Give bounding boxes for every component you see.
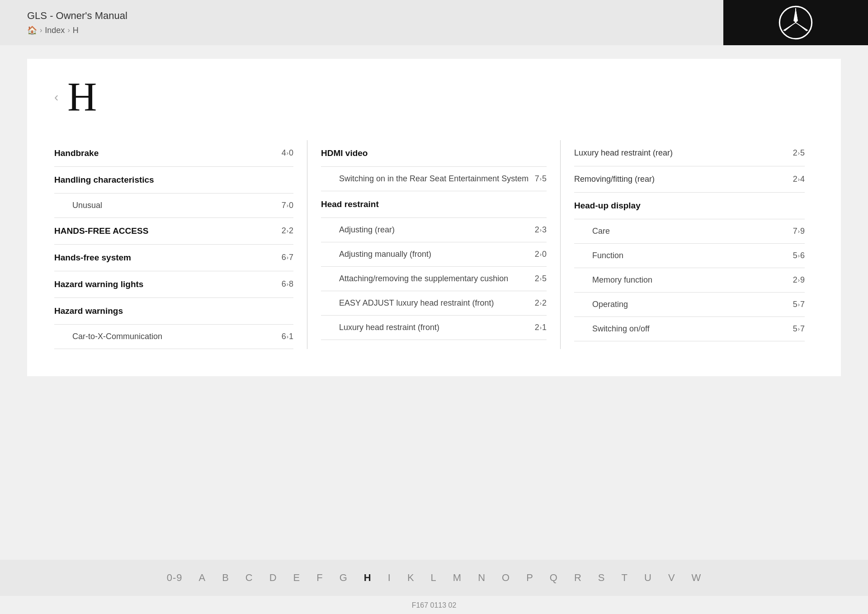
- sub-entry-page: 6›1: [282, 332, 293, 341]
- sub-entry-page: 5›6: [793, 251, 805, 260]
- sub-entry-label: EASY ADJUST luxury head restraint (front…: [339, 298, 530, 308]
- entry-label: Hazard warnings: [54, 306, 293, 316]
- alpha-f[interactable]: F: [308, 572, 331, 584]
- alpha-h[interactable]: H: [356, 572, 380, 584]
- entry-label: Hazard warning lights: [54, 279, 277, 289]
- list-item[interactable]: Luxury head restraint (front)2›1: [321, 316, 547, 340]
- entry-page: 2›2: [282, 226, 293, 236]
- list-item[interactable]: Care7›9: [574, 219, 805, 244]
- alpha-i[interactable]: I: [380, 572, 399, 584]
- list-item[interactable]: Head restraint: [321, 191, 547, 218]
- list-item[interactable]: Adjusting manually (front)2›0: [321, 242, 547, 267]
- list-item[interactable]: Hands-free system6›7: [54, 245, 293, 271]
- logo-area: [723, 0, 868, 45]
- mercedes-logo: [778, 5, 814, 41]
- sub-entry-label: Switching on/off: [592, 324, 788, 334]
- sub-entry-page: 2›1: [535, 323, 547, 332]
- alpha-v[interactable]: V: [660, 572, 684, 584]
- sub-entry-page: 7›9: [793, 227, 805, 236]
- sub-entry-label: Care: [592, 227, 788, 236]
- sub-entry-page: 2›0: [535, 250, 547, 259]
- list-item[interactable]: Memory function2›9: [574, 268, 805, 293]
- sub-entry-label: Car-to-X-Communication: [72, 332, 277, 341]
- alpha-c[interactable]: C: [237, 572, 261, 584]
- sub-entry-label: Operating: [592, 300, 788, 309]
- entry-label: Hands-free system: [54, 253, 277, 263]
- entry-page: 6›8: [282, 279, 293, 289]
- alpha-b[interactable]: B: [214, 572, 237, 584]
- list-item[interactable]: Removing/fitting (rear)2›4: [574, 166, 805, 193]
- list-item[interactable]: HDMI video: [321, 140, 547, 167]
- alpha-l[interactable]: L: [423, 572, 445, 584]
- alpha-m[interactable]: M: [445, 572, 470, 584]
- sub-entry-page: 5›7: [793, 300, 805, 309]
- list-item[interactable]: Car-to-X-Communication6›1: [54, 325, 293, 349]
- breadcrumb-current: H: [73, 26, 79, 35]
- alpha-u[interactable]: U: [636, 572, 660, 584]
- sub-entry-page: 2›5: [535, 274, 547, 283]
- list-item[interactable]: Unusual7›0: [54, 194, 293, 218]
- alpha-t[interactable]: T: [613, 572, 636, 584]
- entry-label: Removing/fitting (rear): [574, 175, 788, 184]
- footer-code: F167 0113 02: [412, 601, 457, 609]
- sub-entry-page: 7›0: [282, 201, 293, 210]
- alpha-q[interactable]: Q: [542, 572, 566, 584]
- entry-label: Head-up display: [574, 201, 805, 211]
- sub-entry-label: Adjusting manually (front): [339, 250, 530, 259]
- sub-entry-page: 2›9: [793, 275, 805, 285]
- entry-page: 4›0: [282, 148, 293, 158]
- letter-heading: ‹ H: [54, 77, 814, 118]
- list-item[interactable]: Hazard warnings: [54, 298, 293, 325]
- manual-title: GLS - Owner's Manual: [27, 10, 127, 22]
- entry-page: 6›7: [282, 253, 293, 262]
- prev-arrow[interactable]: ‹: [54, 90, 58, 104]
- alpha-09[interactable]: 0-9: [159, 572, 191, 584]
- sub-entry-label: Adjusting (rear): [339, 225, 530, 235]
- list-item[interactable]: Handling characteristics: [54, 167, 293, 194]
- alpha-o[interactable]: O: [494, 572, 518, 584]
- list-item[interactable]: Handbrake4›0: [54, 140, 293, 167]
- list-item[interactable]: Adjusting (rear)2›3: [321, 218, 547, 242]
- column-1: Handbrake4›0Handling characteristicsUnus…: [54, 140, 307, 349]
- main-content: ‹ H Handbrake4›0Handling characteristics…: [27, 59, 841, 376]
- alpha-g[interactable]: G: [331, 572, 356, 584]
- alpha-d[interactable]: D: [261, 572, 285, 584]
- entry-label: Handling characteristics: [54, 175, 293, 185]
- alpha-k[interactable]: K: [399, 572, 423, 584]
- sub-entry-label: Unusual: [72, 201, 277, 210]
- list-item[interactable]: Attaching/removing the supplementary cus…: [321, 267, 547, 291]
- list-item[interactable]: Hazard warning lights6›8: [54, 271, 293, 298]
- sub-entry-label: Memory function: [592, 275, 788, 285]
- list-item[interactable]: HANDS-FREE ACCESS2›2: [54, 218, 293, 245]
- list-item[interactable]: Operating5›7: [574, 293, 805, 317]
- alpha-r[interactable]: R: [566, 572, 590, 584]
- index-grid: Handbrake4›0Handling characteristicsUnus…: [54, 140, 814, 349]
- sub-entry-label: Function: [592, 251, 788, 260]
- list-item[interactable]: Switching on/off5›7: [574, 317, 805, 341]
- entry-label: HANDS-FREE ACCESS: [54, 226, 277, 236]
- list-item[interactable]: Head-up display: [574, 193, 805, 219]
- breadcrumb-sep1: ›: [40, 26, 42, 34]
- entry-page: 2›5: [793, 148, 805, 158]
- sub-entry-label: Switching on in the Rear Seat Entertainm…: [339, 174, 530, 184]
- home-icon[interactable]: 🏠: [27, 25, 37, 35]
- sub-entry-label: Attaching/removing the supplementary cus…: [339, 274, 530, 283]
- alpha-e[interactable]: E: [285, 572, 309, 584]
- entry-label: Luxury head restraint (rear): [574, 148, 788, 158]
- sub-entry-page: 5›7: [793, 324, 805, 334]
- alpha-s[interactable]: S: [590, 572, 613, 584]
- entry-page: 2›4: [793, 175, 805, 184]
- alpha-w[interactable]: W: [684, 572, 710, 584]
- sub-entry-page: 7›5: [535, 174, 547, 184]
- alpha-n[interactable]: N: [470, 572, 494, 584]
- list-item[interactable]: EASY ADJUST luxury head restraint (front…: [321, 291, 547, 316]
- breadcrumb-index[interactable]: Index: [45, 26, 65, 35]
- list-item[interactable]: Function5›6: [574, 244, 805, 268]
- list-item[interactable]: Luxury head restraint (rear)2›5: [574, 140, 805, 166]
- alpha-p[interactable]: P: [518, 572, 542, 584]
- alpha-a[interactable]: A: [190, 572, 214, 584]
- breadcrumb: 🏠 › Index › H: [27, 25, 127, 35]
- list-item[interactable]: Switching on in the Rear Seat Entertainm…: [321, 167, 547, 191]
- header: GLS - Owner's Manual 🏠 › Index › H: [0, 0, 868, 45]
- entry-label: Head restraint: [321, 199, 547, 209]
